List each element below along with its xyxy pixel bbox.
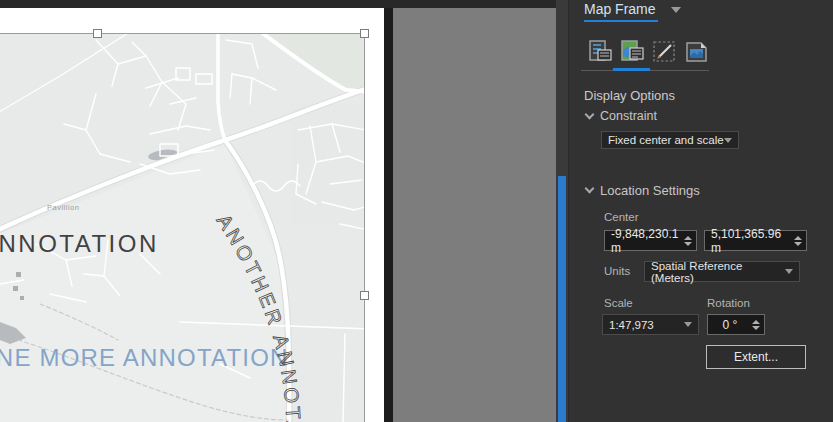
- center-y-value: 5,101,365.96 m: [711, 227, 794, 255]
- units-dropdown-value: Spatial Reference (Meters): [651, 260, 785, 284]
- constraint-dropdown-value: Fixed center and scale: [608, 134, 724, 146]
- display-options-icon: [619, 38, 646, 65]
- tab-options[interactable]: [587, 38, 614, 65]
- scale-dropdown-value: 1:47,973: [609, 319, 654, 331]
- view-top-edge: [0, 0, 556, 8]
- rotation-input[interactable]: 0 °: [707, 314, 765, 335]
- display-options-heading: Display Options: [584, 88, 675, 103]
- location-settings-expander-icon[interactable]: [585, 184, 595, 194]
- annotation-blue: ONE MORE ANNOTATION: [0, 344, 289, 371]
- center-x-value: -9,848,230.1 m: [611, 227, 684, 255]
- app-window: Pavillion ANNOTATION ONE MORE ANNOTATION…: [0, 0, 833, 422]
- center-y-input[interactable]: 5,101,365.96 m: [704, 230, 807, 251]
- options-icon: [587, 38, 614, 65]
- rotation-label: Rotation: [707, 297, 750, 309]
- pane-title-underline: [584, 20, 658, 22]
- pane-title[interactable]: Map Frame: [584, 1, 656, 17]
- tab-placement[interactable]: [683, 38, 710, 65]
- tab-active-indicator: [613, 68, 650, 71]
- units-dropdown[interactable]: Spatial Reference (Meters): [644, 261, 800, 282]
- pane-tab-strip: [569, 38, 833, 72]
- location-settings-label[interactable]: Location Settings: [600, 183, 700, 198]
- place-label: Pavillion: [47, 203, 79, 212]
- paintbrush-icon: [651, 38, 678, 65]
- annotation-dark: ANNOTATION: [0, 230, 159, 257]
- basemap: Pavillion ANNOTATION ONE MORE ANNOTATION…: [0, 34, 364, 422]
- rotation-value: 0 °: [723, 318, 738, 332]
- center-x-spinner[interactable]: [684, 236, 692, 246]
- selection-handle-right-middle[interactable]: [360, 291, 369, 300]
- units-label: Units: [604, 265, 630, 277]
- center-y-spinner[interactable]: [794, 236, 802, 246]
- pane-title-dropdown-icon[interactable]: [671, 7, 681, 13]
- layout-view: Pavillion ANNOTATION ONE MORE ANNOTATION…: [0, 0, 556, 422]
- constraint-expander-icon[interactable]: [585, 110, 595, 120]
- extent-button[interactable]: Extent...: [706, 345, 806, 369]
- map-frame-border-top: [0, 33, 366, 34]
- center-label: Center: [604, 211, 639, 223]
- constraint-dropdown[interactable]: Fixed center and scale: [601, 131, 739, 149]
- chevron-down-icon: [684, 322, 692, 327]
- pane-scrollbar[interactable]: [558, 176, 566, 422]
- tab-display[interactable]: [651, 38, 678, 65]
- selection-handle-top-center[interactable]: [93, 29, 102, 38]
- placement-icon: [683, 38, 710, 65]
- chevron-down-icon: [724, 138, 732, 143]
- tab-display-options[interactable]: [619, 38, 646, 65]
- format-map-frame-pane: Map Frame: [568, 0, 833, 422]
- page-border: [384, 8, 393, 422]
- map-frame-border-right: [364, 33, 365, 422]
- rotation-spinner[interactable]: [752, 320, 760, 330]
- selection-handle-top-right[interactable]: [360, 29, 369, 38]
- scale-dropdown[interactable]: 1:47,973: [602, 314, 699, 335]
- center-x-input[interactable]: -9,848,230.1 m: [604, 230, 697, 251]
- scale-label: Scale: [604, 297, 633, 309]
- constraint-section-label[interactable]: Constraint: [600, 109, 657, 123]
- chevron-down-icon: [785, 269, 793, 274]
- map-frame[interactable]: Pavillion ANNOTATION ONE MORE ANNOTATION…: [0, 34, 364, 422]
